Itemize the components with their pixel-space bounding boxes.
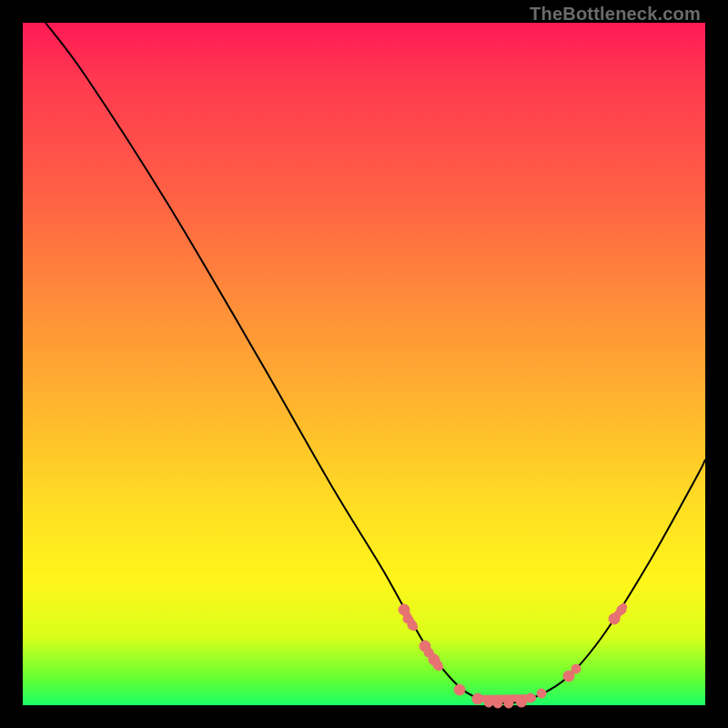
curve-point — [571, 664, 581, 673]
curve-point — [454, 684, 465, 695]
bottleneck-curve — [46, 23, 705, 703]
curve-point — [537, 689, 546, 698]
curve-points-group — [399, 604, 626, 708]
curve-point-cluster — [614, 607, 623, 619]
watermark-text: TheBottleneck.com — [530, 4, 701, 25]
curve-point-cluster — [404, 610, 414, 627]
chart-frame — [23, 23, 705, 705]
curve-point-cluster — [476, 698, 532, 699]
chart-svg — [23, 23, 705, 705]
